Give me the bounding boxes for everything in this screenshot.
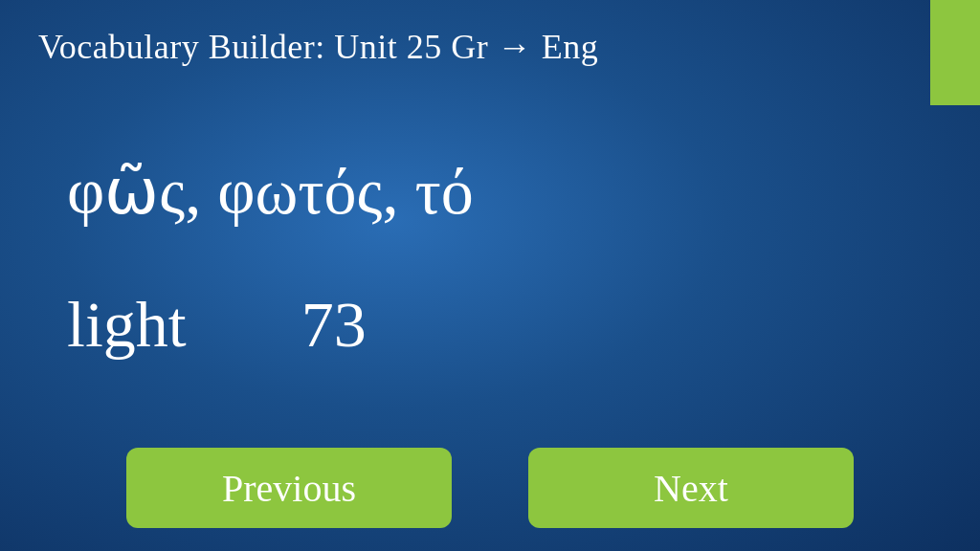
header-title: Vocabulary Builder: Unit 25 Gr → Eng: [38, 28, 598, 66]
button-row: Previous Next: [0, 448, 980, 528]
greek-text-display: φῶς, φωτός, τό: [67, 153, 474, 230]
english-row: light 73: [67, 287, 367, 363]
previous-button[interactable]: Previous: [126, 448, 452, 528]
card-number: 73: [301, 287, 367, 363]
green-tab-decoration: [930, 0, 980, 105]
greek-word: φῶς, φωτός, τό: [67, 155, 474, 228]
next-button[interactable]: Next: [528, 448, 854, 528]
english-translation: light: [67, 287, 187, 363]
page-header: Vocabulary Builder: Unit 25 Gr → Eng: [38, 27, 598, 67]
